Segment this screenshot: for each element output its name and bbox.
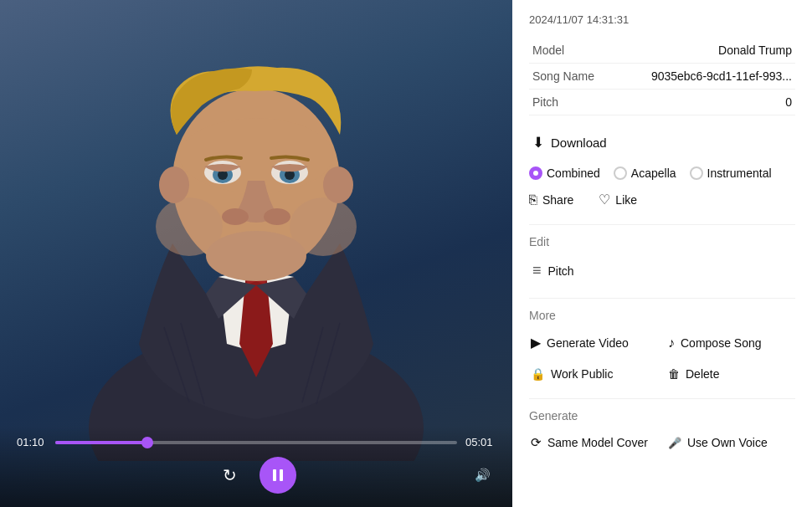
generate-section-label: Generate: [529, 409, 795, 422]
combined-label: Combined: [547, 166, 600, 180]
progress-bar-container: 01:10 05:01: [17, 436, 496, 448]
progress-track[interactable]: [55, 441, 457, 444]
svg-rect-21: [273, 469, 276, 481]
use-own-voice-button[interactable]: 🎤 Use Own Voice: [666, 431, 795, 454]
divider-1: [529, 224, 795, 225]
work-public-icon: 🔒: [531, 367, 545, 381]
more-actions-grid: ▶ Generate Video ♪ Compose Song 🔒 Work P…: [529, 330, 795, 385]
progress-fill: [55, 441, 147, 444]
combined-option[interactable]: Combined: [529, 166, 600, 180]
delete-label: Delete: [686, 367, 719, 381]
acapella-radio[interactable]: [614, 166, 627, 180]
video-panel: 01:10 05:01: [0, 0, 512, 507]
pitch-button[interactable]: ≡ Pitch: [529, 257, 578, 284]
like-label: Like: [615, 193, 637, 207]
divider-3: [529, 398, 795, 399]
song-name-label: Song Name: [529, 64, 604, 90]
song-name-row: Song Name 9035ebc6-9cd1-11ef-993...: [529, 64, 795, 90]
download-icon: ⬇: [532, 134, 544, 151]
svg-point-11: [264, 208, 290, 225]
share-like-row: ⎘ Share ♡ Like: [529, 192, 795, 207]
compose-song-label: Compose Song: [681, 336, 762, 350]
divider-2: [529, 298, 795, 299]
model-value: Donald Trump: [604, 38, 795, 64]
play-pause-button[interactable]: [260, 457, 296, 494]
generate-video-label: Generate Video: [547, 336, 629, 350]
generate-video-button[interactable]: ▶ Generate Video: [529, 330, 658, 355]
volume-icon: [475, 468, 491, 483]
progress-thumb: [141, 437, 153, 448]
more-section-label: More: [529, 309, 795, 322]
work-public-label: Work Public: [551, 367, 613, 381]
compose-song-icon: ♪: [668, 335, 675, 351]
pitch-label: Pitch: [529, 90, 604, 115]
share-icon: ⎘: [529, 192, 537, 207]
repeat-button[interactable]: [216, 462, 243, 489]
download-label: Download: [551, 136, 607, 150]
volume-button[interactable]: [469, 462, 496, 489]
more-section: More ▶ Generate Video ♪ Compose Song 🔒 W…: [529, 309, 795, 385]
edit-section-label: Edit: [529, 235, 795, 248]
like-icon: ♡: [599, 192, 610, 207]
generate-actions-grid: ⟳ Same Model Cover 🎤 Use Own Voice: [529, 431, 795, 454]
instrumental-radio[interactable]: [690, 166, 703, 180]
work-public-button[interactable]: 🔒 Work Public: [529, 363, 658, 385]
share-label: Share: [542, 193, 573, 207]
compose-song-button[interactable]: ♪ Compose Song: [666, 330, 795, 355]
model-label: Model: [529, 38, 604, 64]
instrumental-option[interactable]: Instrumental: [690, 166, 772, 180]
model-row: Model Donald Trump: [529, 38, 795, 64]
generate-video-icon: ▶: [531, 335, 541, 351]
song-name-value: 9035ebc6-9cd1-11ef-993...: [604, 64, 795, 90]
edit-section: Edit ≡ Pitch: [529, 235, 795, 284]
repeat-icon: [223, 465, 237, 485]
acapella-option[interactable]: Acapella: [614, 166, 676, 180]
svg-point-14: [206, 231, 306, 281]
like-button[interactable]: ♡ Like: [599, 192, 637, 207]
same-model-cover-button[interactable]: ⟳ Same Model Cover: [529, 431, 658, 454]
controls-buttons: [17, 457, 496, 494]
audio-type-radio-group: Combined Acapella Instrumental: [529, 166, 795, 180]
pause-icon: [270, 468, 285, 483]
share-button[interactable]: ⎘ Share: [529, 192, 573, 207]
pitch-row: Pitch 0: [529, 90, 795, 115]
download-button[interactable]: ⬇ Download: [529, 129, 610, 156]
svg-point-10: [222, 208, 249, 225]
same-model-icon: ⟳: [531, 435, 542, 450]
svg-point-15: [159, 166, 189, 203]
delete-icon: 🗑: [668, 367, 680, 381]
generate-section: Generate ⟳ Same Model Cover 🎤 Use Own Vo…: [529, 409, 795, 454]
delete-button[interactable]: 🗑 Delete: [666, 363, 795, 385]
current-time-label: 01:10: [17, 436, 47, 448]
pitch-value: 0: [604, 90, 795, 115]
use-own-voice-label: Use Own Voice: [687, 436, 768, 449]
controls-overlay: 01:10 05:01: [0, 426, 512, 507]
same-model-label: Same Model Cover: [547, 436, 648, 449]
acapella-label: Acapella: [631, 166, 676, 180]
use-own-voice-icon: 🎤: [668, 437, 681, 449]
pitch-icon: ≡: [532, 262, 542, 279]
instrumental-label: Instrumental: [707, 166, 772, 180]
right-panel: 2024/11/07 14:31:31 Model Donald Trump S…: [512, 0, 812, 507]
combined-radio[interactable]: [529, 166, 542, 180]
pitch-label: Pitch: [548, 264, 574, 278]
info-table: Model Donald Trump Song Name 9035ebc6-9c…: [529, 38, 795, 115]
svg-point-16: [323, 166, 353, 203]
svg-rect-22: [280, 469, 283, 481]
timestamp: 2024/11/07 14:31:31: [529, 13, 795, 26]
total-time-label: 05:01: [465, 436, 496, 448]
